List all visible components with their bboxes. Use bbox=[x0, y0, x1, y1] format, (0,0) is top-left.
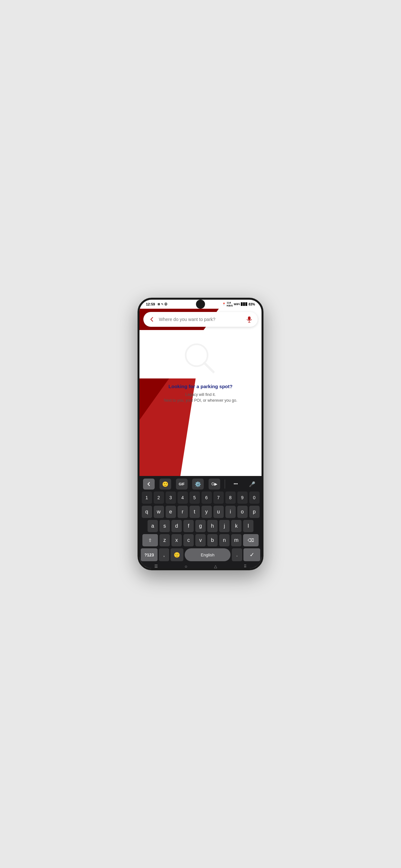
key-q[interactable]: q bbox=[142, 506, 152, 518]
key-8[interactable]: 8 bbox=[225, 492, 236, 504]
key-m[interactable]: m bbox=[231, 534, 242, 547]
key-r[interactable]: r bbox=[178, 506, 188, 518]
search-illustration bbox=[181, 340, 220, 378]
status-icons: ⊞ ↖ ⓖ bbox=[158, 302, 167, 306]
keyboard[interactable]: 🙂 GIF ⚙️ G▶ ••• 🎤 1 2 3 4 5 6 7 8 9 0 q … bbox=[140, 476, 261, 568]
key-y[interactable]: y bbox=[202, 506, 212, 518]
search-input[interactable] bbox=[156, 317, 245, 322]
more-button[interactable]: ••• bbox=[230, 478, 242, 490]
comma-key[interactable]: , bbox=[159, 548, 169, 561]
space-key[interactable]: English bbox=[185, 548, 230, 561]
key-w[interactable]: w bbox=[154, 506, 164, 518]
keyboard-bottom-row: ?123 , 🙂 English . ✓ bbox=[141, 548, 260, 561]
system-nav: ☰ ○ △ ⠿ bbox=[141, 562, 260, 570]
status-bar: 12:59 ⊞ ↖ ⓖ 📍 114KB/S WiFi ▊▊▊ 83% bbox=[140, 300, 261, 309]
key-row-2: a s d f g h j k l bbox=[141, 520, 260, 532]
key-h[interactable]: h bbox=[207, 520, 218, 532]
wifi-icon: WiFi bbox=[234, 303, 240, 306]
sticker-button[interactable]: 🙂 bbox=[159, 478, 171, 490]
key-0[interactable]: 0 bbox=[249, 492, 259, 504]
gif-button[interactable]: GIF bbox=[176, 478, 188, 490]
key-f[interactable]: f bbox=[183, 520, 194, 532]
time: 12:59 bbox=[146, 302, 155, 306]
back-button[interactable] bbox=[147, 315, 156, 324]
key-9[interactable]: 9 bbox=[237, 492, 248, 504]
nav-home-icon[interactable]: ○ bbox=[185, 564, 187, 569]
svg-rect-0 bbox=[248, 316, 251, 320]
svg-line-4 bbox=[204, 363, 213, 372]
shift-key[interactable]: ⇧ bbox=[143, 534, 158, 547]
key-t[interactable]: t bbox=[189, 506, 200, 518]
key-s[interactable]: s bbox=[159, 520, 170, 532]
key-v[interactable]: v bbox=[195, 534, 206, 547]
key-4[interactable]: 4 bbox=[178, 492, 188, 504]
location-icon: 📍 bbox=[222, 303, 226, 306]
mic-button[interactable] bbox=[245, 315, 254, 324]
period-key[interactable]: . bbox=[232, 548, 242, 561]
status-bar-right: 📍 114KB/S WiFi ▊▊▊ 83% bbox=[222, 301, 255, 307]
key-3[interactable]: 3 bbox=[166, 492, 176, 504]
key-c[interactable]: c bbox=[183, 534, 194, 547]
camera-notch bbox=[196, 300, 205, 309]
key-x[interactable]: x bbox=[172, 534, 182, 547]
emoji-key[interactable]: 🙂 bbox=[171, 548, 183, 561]
key-u[interactable]: u bbox=[213, 506, 224, 518]
status-bar-left: 12:59 ⊞ ↖ ⓖ bbox=[146, 302, 167, 306]
key-o[interactable]: o bbox=[237, 506, 248, 518]
key-row-3: ⇧ z x c v b n m ⌫ bbox=[141, 534, 260, 547]
key-a[interactable]: a bbox=[148, 520, 158, 532]
toolbar-divider bbox=[225, 479, 225, 489]
key-b[interactable]: b bbox=[207, 534, 218, 547]
nav-back-icon[interactable]: △ bbox=[214, 564, 217, 569]
phone-frame: 12:59 ⊞ ↖ ⓖ 📍 114KB/S WiFi ▊▊▊ 83% bbox=[137, 298, 264, 570]
key-g[interactable]: g bbox=[195, 520, 206, 532]
key-2[interactable]: 2 bbox=[154, 492, 164, 504]
key-p[interactable]: p bbox=[249, 506, 259, 518]
key-i[interactable]: i bbox=[225, 506, 236, 518]
app-area: Looking for a parking spot? Legacy will … bbox=[140, 309, 261, 480]
settings-button[interactable]: ⚙️ bbox=[192, 478, 204, 490]
key-n[interactable]: n bbox=[219, 534, 229, 547]
key-d[interactable]: d bbox=[172, 520, 182, 532]
keyboard-toolbar: 🙂 GIF ⚙️ G▶ ••• 🎤 bbox=[141, 478, 260, 490]
keyboard-back-button[interactable] bbox=[143, 478, 155, 490]
data-speed: 114KB/S bbox=[227, 301, 233, 307]
number-row: 1 2 3 4 5 6 7 8 9 0 bbox=[141, 492, 260, 504]
enter-key[interactable]: ✓ bbox=[243, 548, 260, 561]
backspace-key[interactable]: ⌫ bbox=[243, 534, 258, 547]
key-row-1: q w e r t y u i o p bbox=[141, 506, 260, 518]
key-7[interactable]: 7 bbox=[213, 492, 224, 504]
key-1[interactable]: 1 bbox=[142, 492, 152, 504]
voice-input-button[interactable]: 🎤 bbox=[246, 478, 258, 490]
empty-state: Looking for a parking spot? Legacy will … bbox=[140, 330, 261, 403]
signal-icon: ▊▊▊ bbox=[241, 303, 248, 306]
key-6[interactable]: 6 bbox=[202, 492, 212, 504]
empty-state-subtitle: Legacy will find it. Next to you, your P… bbox=[164, 392, 237, 403]
symbols-key[interactable]: ?123 bbox=[141, 548, 158, 561]
translate-button[interactable]: G▶ bbox=[209, 478, 220, 490]
empty-state-title: Looking for a parking spot? bbox=[168, 383, 233, 389]
nav-menu-icon[interactable]: ☰ bbox=[154, 564, 158, 569]
white-content-area: Looking for a parking spot? Legacy will … bbox=[140, 330, 261, 378]
key-j[interactable]: j bbox=[219, 520, 229, 532]
search-bar-container bbox=[143, 312, 258, 327]
battery: 83% bbox=[249, 303, 255, 306]
key-l[interactable]: l bbox=[243, 520, 253, 532]
key-k[interactable]: k bbox=[231, 520, 242, 532]
key-z[interactable]: z bbox=[159, 534, 170, 547]
nav-apps-icon[interactable]: ⠿ bbox=[244, 564, 247, 569]
key-e[interactable]: e bbox=[166, 506, 176, 518]
key-5[interactable]: 5 bbox=[189, 492, 200, 504]
